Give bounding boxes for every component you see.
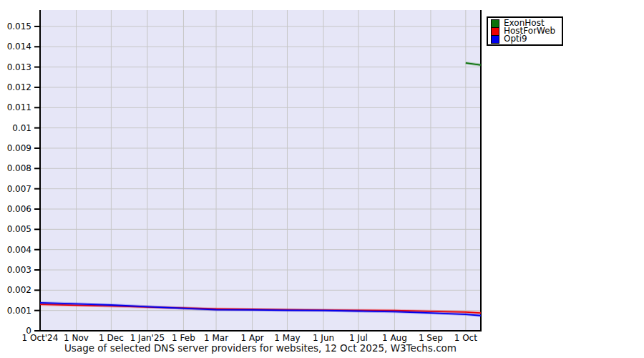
y-tick-label: 0.005 — [7, 224, 31, 234]
line-chart-canvas: 00.0010.0020.0030.0040.0050.0060.0070.00… — [0, 0, 644, 358]
w3techs-dns-usage-chart: 00.0010.0020.0030.0040.0050.0060.0070.00… — [0, 0, 644, 358]
x-tick-label: 1 May — [274, 333, 300, 343]
y-tick-label: 0.004 — [7, 245, 31, 255]
y-tick-label: 0.015 — [7, 21, 31, 32]
chart-title: Usage of selected DNS server providers f… — [40, 342, 481, 354]
x-tick-label: 1 Jan'25 — [130, 333, 165, 343]
y-tick-label: 0.003 — [7, 265, 31, 275]
x-tick-label: 1 Aug — [382, 333, 407, 343]
y-tick-label: 0.012 — [7, 82, 31, 92]
y-tick-label: 0.002 — [7, 285, 31, 295]
x-tick-label: 1 Mar — [204, 333, 228, 343]
y-tick-label: 0.009 — [7, 143, 31, 153]
x-tick-label: 1 Sep — [419, 333, 443, 343]
legend-label: Opti9 — [504, 35, 527, 43]
x-tick-label: 1 Jul — [349, 333, 368, 343]
y-tick-label: 0.014 — [7, 42, 31, 52]
x-tick-label: 1 Nov — [64, 333, 89, 343]
y-tick-label: 0.006 — [7, 204, 31, 214]
y-tick-label: 0.013 — [7, 62, 31, 72]
x-tick-label: 1 Jun — [313, 333, 334, 343]
y-tick-label: 0.01 — [12, 123, 31, 133]
y-tick-label: 0.011 — [7, 102, 31, 112]
legend-item-opti9: Opti9 — [491, 35, 560, 43]
x-tick-label: 1 Oct'24 — [22, 333, 59, 343]
x-tick-label: 1 Feb — [172, 333, 195, 343]
y-tick-label: 0.008 — [7, 163, 31, 173]
x-tick-label: 1 Apr — [240, 333, 263, 343]
opti9-swatch-icon — [491, 35, 499, 44]
y-tick-label: 0.001 — [7, 306, 31, 316]
plot-area — [40, 10, 481, 331]
x-tick-label: 1 Dec — [99, 333, 124, 343]
x-tick-label: 1 Oct — [454, 333, 477, 343]
y-tick-label: 0.007 — [7, 184, 31, 194]
chart-legend: ExonHost HostForWeb Opti9 — [487, 16, 563, 46]
